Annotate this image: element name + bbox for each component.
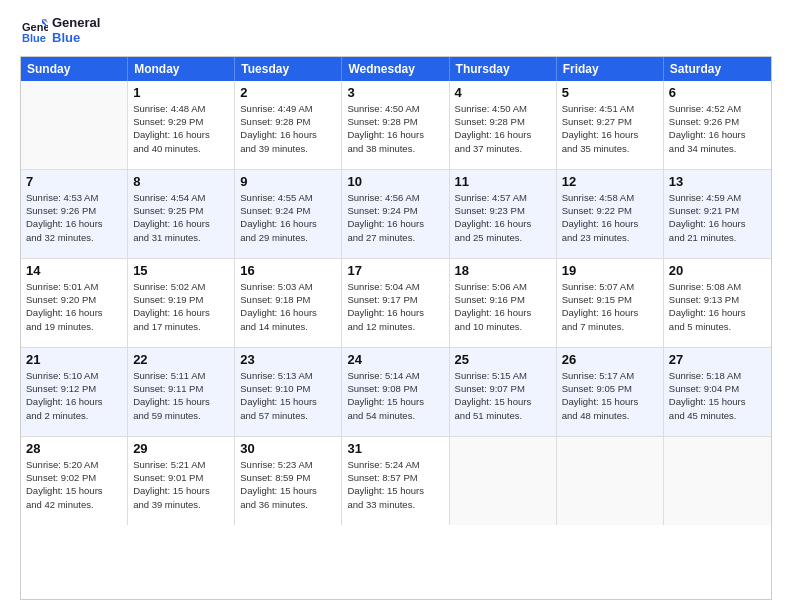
day-info-line: Daylight: 16 hours xyxy=(240,217,336,230)
day-info-line: Sunset: 9:16 PM xyxy=(455,293,551,306)
day-info-line: Daylight: 15 hours xyxy=(240,484,336,497)
day-info-line: Sunrise: 5:10 AM xyxy=(26,369,122,382)
day-info-line: Daylight: 16 hours xyxy=(669,306,766,319)
day-info-line: Sunset: 9:17 PM xyxy=(347,293,443,306)
day-info-line: Daylight: 16 hours xyxy=(455,217,551,230)
calendar-header-cell: Tuesday xyxy=(235,57,342,81)
calendar-day-cell: 1Sunrise: 4:48 AMSunset: 9:29 PMDaylight… xyxy=(128,81,235,169)
day-number: 31 xyxy=(347,441,443,456)
day-info-line: and 59 minutes. xyxy=(133,409,229,422)
day-info-line: Sunset: 9:08 PM xyxy=(347,382,443,395)
day-info-line: and 38 minutes. xyxy=(347,142,443,155)
day-info-line: and 27 minutes. xyxy=(347,231,443,244)
day-number: 27 xyxy=(669,352,766,367)
day-info-line: Sunset: 9:21 PM xyxy=(669,204,766,217)
day-info-line: and 36 minutes. xyxy=(240,498,336,511)
calendar-empty-cell xyxy=(664,437,771,525)
day-info-line: and 5 minutes. xyxy=(669,320,766,333)
calendar-header: SundayMondayTuesdayWednesdayThursdayFrid… xyxy=(21,57,771,81)
day-number: 30 xyxy=(240,441,336,456)
day-info-line: Sunrise: 5:24 AM xyxy=(347,458,443,471)
day-info-line: Sunset: 9:26 PM xyxy=(26,204,122,217)
day-info-line: Sunrise: 5:01 AM xyxy=(26,280,122,293)
day-number: 12 xyxy=(562,174,658,189)
day-number: 23 xyxy=(240,352,336,367)
day-info-line: and 57 minutes. xyxy=(240,409,336,422)
day-info-line: Daylight: 16 hours xyxy=(133,128,229,141)
day-info-line: Daylight: 16 hours xyxy=(347,217,443,230)
day-info-line: Sunrise: 4:52 AM xyxy=(669,102,766,115)
calendar-day-cell: 20Sunrise: 5:08 AMSunset: 9:13 PMDayligh… xyxy=(664,259,771,347)
calendar-day-cell: 9Sunrise: 4:55 AMSunset: 9:24 PMDaylight… xyxy=(235,170,342,258)
logo-line2: Blue xyxy=(52,31,100,46)
calendar-day-cell: 22Sunrise: 5:11 AMSunset: 9:11 PMDayligh… xyxy=(128,348,235,436)
calendar-day-cell: 11Sunrise: 4:57 AMSunset: 9:23 PMDayligh… xyxy=(450,170,557,258)
calendar-day-cell: 5Sunrise: 4:51 AMSunset: 9:27 PMDaylight… xyxy=(557,81,664,169)
day-info-line: Sunrise: 4:55 AM xyxy=(240,191,336,204)
calendar-header-cell: Friday xyxy=(557,57,664,81)
calendar-day-cell: 15Sunrise: 5:02 AMSunset: 9:19 PMDayligh… xyxy=(128,259,235,347)
day-info-line: Sunset: 9:28 PM xyxy=(347,115,443,128)
day-info-line: Sunrise: 4:58 AM xyxy=(562,191,658,204)
calendar-day-cell: 27Sunrise: 5:18 AMSunset: 9:04 PMDayligh… xyxy=(664,348,771,436)
day-number: 17 xyxy=(347,263,443,278)
calendar-day-cell: 16Sunrise: 5:03 AMSunset: 9:18 PMDayligh… xyxy=(235,259,342,347)
day-info-line: Sunset: 9:20 PM xyxy=(26,293,122,306)
day-number: 6 xyxy=(669,85,766,100)
day-info-line: and 14 minutes. xyxy=(240,320,336,333)
day-info-line: Sunrise: 5:18 AM xyxy=(669,369,766,382)
day-info-line: Daylight: 16 hours xyxy=(562,217,658,230)
day-info-line: and 40 minutes. xyxy=(133,142,229,155)
day-info-line: Daylight: 16 hours xyxy=(240,128,336,141)
day-info-line: Sunrise: 5:15 AM xyxy=(455,369,551,382)
logo: General Blue General Blue xyxy=(20,16,100,46)
day-number: 15 xyxy=(133,263,229,278)
day-info-line: and 12 minutes. xyxy=(347,320,443,333)
day-info-line: Daylight: 16 hours xyxy=(669,128,766,141)
day-info-line: and 48 minutes. xyxy=(562,409,658,422)
calendar: SundayMondayTuesdayWednesdayThursdayFrid… xyxy=(20,56,772,600)
day-info-line: Sunrise: 5:17 AM xyxy=(562,369,658,382)
day-info-line: Sunset: 9:27 PM xyxy=(562,115,658,128)
calendar-day-cell: 28Sunrise: 5:20 AMSunset: 9:02 PMDayligh… xyxy=(21,437,128,525)
day-info-line: Daylight: 16 hours xyxy=(562,128,658,141)
calendar-day-cell: 26Sunrise: 5:17 AMSunset: 9:05 PMDayligh… xyxy=(557,348,664,436)
day-number: 22 xyxy=(133,352,229,367)
day-info-line: and 2 minutes. xyxy=(26,409,122,422)
day-info-line: Daylight: 16 hours xyxy=(133,306,229,319)
day-info-line: and 29 minutes. xyxy=(240,231,336,244)
day-info-line: and 39 minutes. xyxy=(240,142,336,155)
day-info-line: and 51 minutes. xyxy=(455,409,551,422)
day-info-line: Sunset: 9:25 PM xyxy=(133,204,229,217)
day-info-line: Daylight: 15 hours xyxy=(455,395,551,408)
day-info-line: Sunset: 9:28 PM xyxy=(240,115,336,128)
day-info-line: Daylight: 16 hours xyxy=(133,217,229,230)
day-info-line: Sunrise: 4:54 AM xyxy=(133,191,229,204)
day-info-line: Sunrise: 5:02 AM xyxy=(133,280,229,293)
day-number: 9 xyxy=(240,174,336,189)
day-info-line: Sunset: 9:24 PM xyxy=(347,204,443,217)
day-info-line: and 19 minutes. xyxy=(26,320,122,333)
calendar-header-cell: Wednesday xyxy=(342,57,449,81)
day-number: 4 xyxy=(455,85,551,100)
calendar-header-cell: Monday xyxy=(128,57,235,81)
day-info-line: Sunrise: 5:20 AM xyxy=(26,458,122,471)
day-info-line: and 17 minutes. xyxy=(133,320,229,333)
calendar-day-cell: 4Sunrise: 4:50 AMSunset: 9:28 PMDaylight… xyxy=(450,81,557,169)
day-info-line: Daylight: 15 hours xyxy=(240,395,336,408)
day-info-line: Daylight: 16 hours xyxy=(347,306,443,319)
day-info-line: and 10 minutes. xyxy=(455,320,551,333)
day-info-line: and 25 minutes. xyxy=(455,231,551,244)
day-info-line: Sunset: 9:10 PM xyxy=(240,382,336,395)
calendar-day-cell: 7Sunrise: 4:53 AMSunset: 9:26 PMDaylight… xyxy=(21,170,128,258)
day-info-line: Sunrise: 5:08 AM xyxy=(669,280,766,293)
day-info-line: Sunrise: 4:50 AM xyxy=(455,102,551,115)
day-info-line: and 35 minutes. xyxy=(562,142,658,155)
header: General Blue General Blue xyxy=(20,16,772,46)
calendar-day-cell: 13Sunrise: 4:59 AMSunset: 9:21 PMDayligh… xyxy=(664,170,771,258)
day-info-line: Daylight: 15 hours xyxy=(347,484,443,497)
calendar-day-cell: 12Sunrise: 4:58 AMSunset: 9:22 PMDayligh… xyxy=(557,170,664,258)
day-info-line: Sunrise: 4:57 AM xyxy=(455,191,551,204)
day-info-line: Sunrise: 5:13 AM xyxy=(240,369,336,382)
day-info-line: Daylight: 16 hours xyxy=(26,217,122,230)
